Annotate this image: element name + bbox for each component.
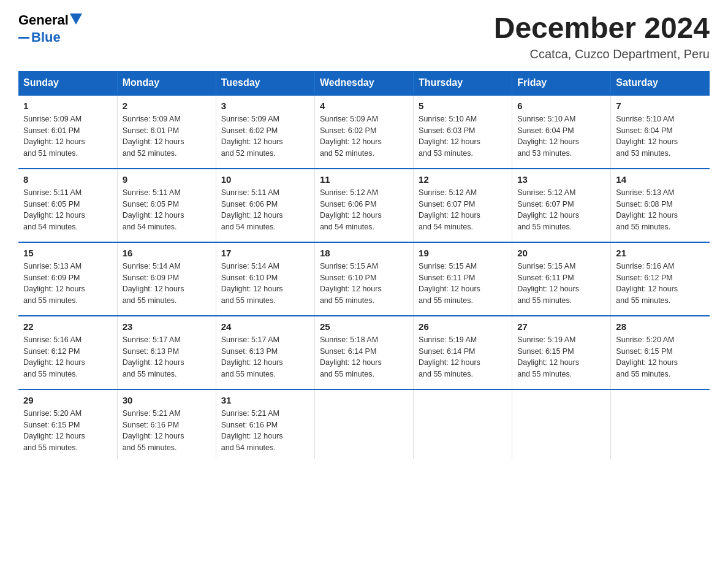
day-number: 17	[221, 248, 309, 258]
day-info: Sunrise: 5:19 AM Sunset: 6:14 PM Dayligh…	[419, 334, 507, 380]
calendar-table: SundayMondayTuesdayWednesdayThursdayFrid…	[18, 71, 710, 459]
day-number: 3	[221, 101, 309, 111]
calendar-cell: 3 Sunrise: 5:09 AM Sunset: 6:02 PM Dayli…	[216, 95, 314, 169]
calendar-cell: 11 Sunrise: 5:12 AM Sunset: 6:06 PM Dayl…	[314, 169, 413, 242]
calendar-cell: 14 Sunrise: 5:13 AM Sunset: 6:08 PM Dayl…	[611, 169, 710, 242]
day-number: 8	[23, 174, 112, 185]
calendar-cell: 7 Sunrise: 5:10 AM Sunset: 6:04 PM Dayli…	[611, 95, 710, 169]
calendar-week-row: 1 Sunrise: 5:09 AM Sunset: 6:01 PM Dayli…	[18, 95, 710, 169]
header-sunday: Sunday	[18, 71, 117, 95]
day-info: Sunrise: 5:18 AM Sunset: 6:14 PM Dayligh…	[320, 334, 408, 380]
calendar-cell: 15 Sunrise: 5:13 AM Sunset: 6:09 PM Dayl…	[18, 242, 117, 316]
header-thursday: Thursday	[414, 71, 512, 95]
header-tuesday: Tuesday	[216, 71, 314, 95]
day-info: Sunrise: 5:10 AM Sunset: 6:04 PM Dayligh…	[616, 113, 705, 159]
calendar-cell: 4 Sunrise: 5:09 AM Sunset: 6:02 PM Dayli…	[314, 95, 413, 169]
header-monday: Monday	[117, 71, 216, 95]
day-info: Sunrise: 5:11 AM Sunset: 6:05 PM Dayligh…	[23, 187, 112, 233]
day-info: Sunrise: 5:16 AM Sunset: 6:12 PM Dayligh…	[616, 261, 705, 307]
day-number: 15	[23, 248, 112, 258]
day-info: Sunrise: 5:16 AM Sunset: 6:12 PM Dayligh…	[23, 334, 112, 380]
day-number: 9	[123, 174, 211, 185]
calendar-cell: 13 Sunrise: 5:12 AM Sunset: 6:07 PM Dayl…	[512, 169, 611, 242]
logo-blue: Blue	[31, 29, 61, 45]
calendar-cell: 17 Sunrise: 5:14 AM Sunset: 6:10 PM Dayl…	[216, 242, 314, 316]
calendar-cell: 21 Sunrise: 5:16 AM Sunset: 6:12 PM Dayl…	[611, 242, 710, 316]
day-info: Sunrise: 5:17 AM Sunset: 6:13 PM Dayligh…	[123, 334, 211, 380]
calendar-cell: 24 Sunrise: 5:17 AM Sunset: 6:13 PM Dayl…	[216, 316, 314, 389]
day-info: Sunrise: 5:15 AM Sunset: 6:11 PM Dayligh…	[419, 261, 507, 307]
day-number: 5	[419, 101, 507, 111]
day-info: Sunrise: 5:14 AM Sunset: 6:10 PM Dayligh…	[221, 261, 309, 307]
day-number: 31	[221, 395, 309, 405]
day-number: 16	[123, 248, 211, 258]
calendar-cell: 1 Sunrise: 5:09 AM Sunset: 6:01 PM Dayli…	[18, 95, 117, 169]
day-info: Sunrise: 5:13 AM Sunset: 6:09 PM Dayligh…	[23, 261, 112, 307]
day-number: 27	[517, 321, 605, 332]
day-info: Sunrise: 5:20 AM Sunset: 6:15 PM Dayligh…	[23, 408, 112, 454]
day-number: 23	[123, 321, 211, 332]
day-info: Sunrise: 5:12 AM Sunset: 6:07 PM Dayligh…	[419, 187, 507, 233]
day-number: 10	[221, 174, 309, 185]
day-number: 20	[517, 248, 605, 258]
calendar-cell: 25 Sunrise: 5:18 AM Sunset: 6:14 PM Dayl…	[314, 316, 413, 389]
day-info: Sunrise: 5:10 AM Sunset: 6:04 PM Dayligh…	[517, 113, 605, 159]
day-number: 14	[616, 174, 705, 185]
day-number: 18	[320, 248, 408, 258]
calendar-cell: 2 Sunrise: 5:09 AM Sunset: 6:01 PM Dayli…	[117, 95, 216, 169]
calendar-week-row: 8 Sunrise: 5:11 AM Sunset: 6:05 PM Dayli…	[18, 169, 710, 242]
calendar-cell: 10 Sunrise: 5:11 AM Sunset: 6:06 PM Dayl…	[216, 169, 314, 242]
day-info: Sunrise: 5:12 AM Sunset: 6:07 PM Dayligh…	[517, 187, 605, 233]
page-title: December 2024	[494, 12, 710, 45]
day-info: Sunrise: 5:11 AM Sunset: 6:06 PM Dayligh…	[221, 187, 309, 233]
day-info: Sunrise: 5:19 AM Sunset: 6:15 PM Dayligh…	[517, 334, 605, 380]
day-info: Sunrise: 5:11 AM Sunset: 6:05 PM Dayligh…	[123, 187, 211, 233]
calendar-cell: 5 Sunrise: 5:10 AM Sunset: 6:03 PM Dayli…	[414, 95, 512, 169]
calendar-cell: 29 Sunrise: 5:20 AM Sunset: 6:15 PM Dayl…	[18, 389, 117, 459]
calendar-cell	[314, 389, 413, 459]
calendar-cell: 6 Sunrise: 5:10 AM Sunset: 6:04 PM Dayli…	[512, 95, 611, 169]
calendar-cell: 18 Sunrise: 5:15 AM Sunset: 6:10 PM Dayl…	[314, 242, 413, 316]
day-number: 26	[419, 321, 507, 332]
day-number: 21	[616, 248, 705, 258]
day-info: Sunrise: 5:10 AM Sunset: 6:03 PM Dayligh…	[419, 113, 507, 159]
logo-general: General	[18, 12, 69, 28]
day-number: 2	[123, 101, 211, 111]
day-number: 4	[320, 101, 408, 111]
calendar-cell: 22 Sunrise: 5:16 AM Sunset: 6:12 PM Dayl…	[18, 316, 117, 389]
day-number: 24	[221, 321, 309, 332]
day-number: 11	[320, 174, 408, 185]
calendar-cell: 20 Sunrise: 5:15 AM Sunset: 6:11 PM Dayl…	[512, 242, 611, 316]
day-number: 7	[616, 101, 705, 111]
title-block: December 2024 Ccatca, Cuzco Department, …	[494, 12, 710, 61]
calendar-cell: 9 Sunrise: 5:11 AM Sunset: 6:05 PM Dayli…	[117, 169, 216, 242]
logo-triangle-icon	[70, 13, 82, 25]
day-number: 28	[616, 321, 705, 332]
day-number: 1	[23, 101, 112, 111]
page-header: General Blue December 2024 Ccatca, Cuzco…	[18, 12, 710, 61]
day-info: Sunrise: 5:14 AM Sunset: 6:09 PM Dayligh…	[123, 261, 211, 307]
day-info: Sunrise: 5:15 AM Sunset: 6:11 PM Dayligh…	[517, 261, 605, 307]
day-info: Sunrise: 5:21 AM Sunset: 6:16 PM Dayligh…	[123, 408, 211, 454]
header-saturday: Saturday	[611, 71, 710, 95]
calendar-cell: 27 Sunrise: 5:19 AM Sunset: 6:15 PM Dayl…	[512, 316, 611, 389]
calendar-cell: 30 Sunrise: 5:21 AM Sunset: 6:16 PM Dayl…	[117, 389, 216, 459]
calendar-cell: 16 Sunrise: 5:14 AM Sunset: 6:09 PM Dayl…	[117, 242, 216, 316]
day-number: 12	[419, 174, 507, 185]
calendar-week-row: 29 Sunrise: 5:20 AM Sunset: 6:15 PM Dayl…	[18, 389, 710, 459]
calendar-cell: 31 Sunrise: 5:21 AM Sunset: 6:16 PM Dayl…	[216, 389, 314, 459]
day-info: Sunrise: 5:09 AM Sunset: 6:02 PM Dayligh…	[221, 113, 309, 159]
day-number: 19	[419, 248, 507, 258]
day-number: 29	[23, 395, 112, 405]
day-number: 13	[517, 174, 605, 185]
calendar-week-row: 22 Sunrise: 5:16 AM Sunset: 6:12 PM Dayl…	[18, 316, 710, 389]
calendar-cell: 26 Sunrise: 5:19 AM Sunset: 6:14 PM Dayl…	[414, 316, 512, 389]
day-info: Sunrise: 5:21 AM Sunset: 6:16 PM Dayligh…	[221, 408, 309, 454]
calendar-cell: 8 Sunrise: 5:11 AM Sunset: 6:05 PM Dayli…	[18, 169, 117, 242]
calendar-cell	[611, 389, 710, 459]
calendar-cell: 12 Sunrise: 5:12 AM Sunset: 6:07 PM Dayl…	[414, 169, 512, 242]
calendar-header-row: SundayMondayTuesdayWednesdayThursdayFrid…	[18, 71, 710, 95]
day-info: Sunrise: 5:13 AM Sunset: 6:08 PM Dayligh…	[616, 187, 705, 233]
day-info: Sunrise: 5:20 AM Sunset: 6:15 PM Dayligh…	[616, 334, 705, 380]
logo: General Blue	[18, 12, 82, 46]
